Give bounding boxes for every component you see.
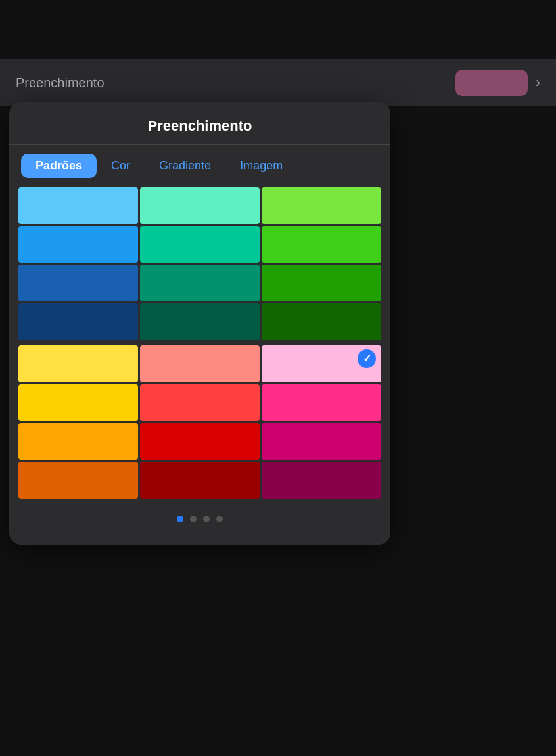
swatch-magenta-1[interactable] — [262, 345, 381, 382]
swatch-yellow-3[interactable] — [18, 423, 138, 460]
swatch-yellow-2[interactable] — [18, 384, 138, 421]
swatch-red-4[interactable] — [140, 462, 260, 499]
tab-gradiente[interactable]: Gradiente — [145, 154, 225, 178]
color-col-teals — [140, 187, 260, 340]
swatch-yellow-1[interactable] — [18, 345, 138, 382]
color-col-blues — [18, 187, 138, 340]
color-col-magentas — [262, 345, 381, 499]
color-col-yellows — [18, 345, 138, 499]
fill-row-label: Preenchimento — [16, 76, 104, 91]
color-col-reds — [140, 345, 260, 499]
swatch-red-2[interactable] — [140, 384, 260, 421]
color-grid-group2 — [18, 345, 381, 499]
swatch-teal-2[interactable] — [140, 226, 260, 263]
page-indicator — [9, 516, 390, 526]
color-col-greens — [262, 187, 381, 340]
swatch-red-1[interactable] — [140, 345, 260, 382]
swatch-green-2[interactable] — [262, 226, 381, 263]
tab-padrao[interactable]: Padrões — [21, 154, 97, 178]
page-dot-3[interactable] — [203, 516, 210, 522]
swatch-blue-3[interactable] — [18, 265, 138, 301]
tab-bar: Padrões Cor Gradiente Imagem — [9, 145, 390, 187]
swatch-green-3[interactable] — [262, 265, 381, 301]
swatch-red-3[interactable] — [140, 423, 260, 460]
color-grid-group1 — [18, 187, 381, 340]
fill-color-preview[interactable] — [455, 70, 528, 96]
grid-gap — [9, 340, 390, 345]
swatch-magenta-2[interactable] — [262, 384, 381, 421]
swatch-yellow-4[interactable] — [18, 462, 138, 499]
swatch-blue-1[interactable] — [18, 187, 138, 224]
fill-row[interactable]: Preenchimento › — [0, 59, 556, 106]
page-dot-4[interactable] — [216, 516, 223, 522]
swatch-blue-2[interactable] — [18, 226, 138, 263]
swatch-teal-4[interactable] — [140, 303, 260, 340]
swatch-teal-1[interactable] — [140, 187, 260, 224]
page-dot-2[interactable] — [190, 516, 197, 522]
swatch-magenta-4[interactable] — [262, 462, 381, 499]
tab-cor[interactable]: Cor — [97, 154, 145, 178]
swatch-green-4[interactable] — [262, 303, 381, 340]
screen: Preenchimento › Preenchimento Padrões Co… — [0, 0, 556, 756]
tab-imagem[interactable]: Imagem — [225, 154, 297, 178]
swatch-green-1[interactable] — [262, 187, 381, 224]
fill-row-chevron-icon: › — [536, 74, 540, 91]
page-dot-1[interactable] — [177, 516, 183, 522]
fill-panel: Preenchimento Padrões Cor Gradiente Imag… — [9, 102, 390, 545]
swatch-teal-3[interactable] — [140, 265, 260, 301]
panel-title: Preenchimento — [9, 102, 390, 144]
swatch-blue-4[interactable] — [18, 303, 138, 340]
swatch-magenta-3[interactable] — [262, 423, 381, 460]
